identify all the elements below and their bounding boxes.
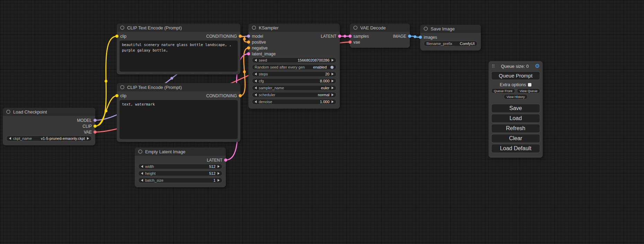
view-queue-button[interactable]: View Queue [517, 88, 540, 93]
queue-prompt-button[interactable]: Queue Prompt [491, 71, 540, 80]
node-empty-latent-image[interactable]: Empty Latent Image LATENT width 512 heig… [135, 147, 226, 187]
widget-scheduler[interactable]: scheduler normal [252, 92, 336, 98]
collapse-dot-icon[interactable] [424, 27, 428, 31]
node-title-bar[interactable]: CLIP Text Encode (Prompt) [117, 24, 240, 32]
output-dot-latent[interactable] [338, 35, 341, 38]
node-title-bar[interactable]: CLIP Text Encode (Prompt) [117, 83, 240, 91]
decrement-arrow-icon[interactable] [9, 137, 11, 140]
input-dot-latent-image[interactable] [247, 52, 250, 55]
output-dot-latent[interactable] [224, 159, 227, 162]
node-title-bar[interactable]: Empty Latent Image [135, 147, 226, 156]
decrement-arrow-icon[interactable] [255, 93, 257, 96]
increment-arrow-icon[interactable] [332, 87, 334, 89]
output-dot-vae[interactable] [94, 130, 97, 134]
widget-filename-prefix[interactable]: filename_prefix ComfyUI [424, 41, 477, 46]
extra-options-checkbox[interactable] [528, 83, 531, 87]
decrement-arrow-icon[interactable] [141, 165, 143, 168]
node-title-bar[interactable]: Load Checkpoint [3, 108, 95, 116]
node-load-checkpoint[interactable]: Load Checkpoint MODEL CLIP VAE ckpt_name… [3, 108, 95, 145]
output-label: CONDITIONING [206, 34, 237, 39]
widget-steps[interactable]: steps 20 [252, 71, 336, 77]
link-midpoint-dot[interactable] [170, 77, 173, 80]
link-midpoint-dot[interactable] [243, 71, 246, 73]
increment-arrow-icon[interactable] [332, 80, 334, 82]
increment-arrow-icon[interactable] [87, 137, 89, 140]
widget-denoise[interactable]: denoise 1.000 [252, 99, 336, 105]
increment-arrow-icon[interactable] [332, 100, 334, 103]
decrement-arrow-icon[interactable] [141, 172, 143, 175]
input-dot-images[interactable] [419, 36, 422, 39]
queue-size-label: Queue size: 0 [495, 64, 535, 69]
prompt-text-input[interactable]: beautiful scenery nature glass bottle la… [120, 40, 238, 72]
widget-batch-size[interactable]: batch_size 1 [138, 178, 222, 183]
node-graph-canvas[interactable]: Load Checkpoint MODEL CLIP VAE ckpt_name… [0, 0, 644, 244]
output-dot-image[interactable] [408, 35, 411, 38]
widget-cfg[interactable]: cfg 8.000 [252, 78, 336, 84]
input-dot-samples[interactable] [349, 35, 352, 38]
output-dot-conditioning[interactable] [239, 35, 242, 38]
node-clip-text-encode-negative[interactable]: CLIP Text Encode (Prompt) clip CONDITION… [117, 83, 240, 142]
clear-button[interactable]: Clear [491, 134, 540, 143]
widget-height[interactable]: height 512 [138, 171, 222, 176]
decrement-arrow-icon[interactable] [255, 100, 257, 103]
input-dot-model[interactable] [247, 35, 250, 38]
node-ksampler[interactable]: KSampler model LATENT positive negative … [248, 24, 340, 109]
collapse-dot-icon[interactable] [120, 85, 124, 89]
output-dot-clip[interactable] [94, 125, 97, 128]
collapse-dot-icon[interactable] [120, 26, 124, 30]
load-button[interactable]: Load [491, 114, 540, 123]
widget-value: euler [321, 86, 329, 90]
increment-arrow-icon[interactable] [218, 172, 220, 175]
decrement-arrow-icon[interactable] [141, 179, 143, 182]
increment-arrow-icon[interactable] [218, 165, 220, 168]
view-history-button[interactable]: View History [504, 94, 528, 99]
link-midpoint-dot[interactable] [414, 35, 416, 38]
link-midpoint-dot[interactable] [105, 110, 107, 112]
decrement-arrow-icon[interactable] [255, 87, 257, 89]
input-dot-clip[interactable] [115, 94, 118, 97]
refresh-button[interactable]: Refresh [491, 124, 540, 133]
widget-random-seed-toggle[interactable]: Random seed after every gen enabled [252, 64, 336, 70]
widget-seed[interactable]: seed 156680208700286 [252, 57, 336, 63]
input-dot-clip[interactable] [115, 35, 118, 38]
node-vae-decode[interactable]: VAE Decode samples IMAGE vae [350, 24, 410, 48]
widget-value: 1 [213, 178, 215, 182]
collapse-dot-icon[interactable] [353, 26, 358, 30]
link-midpoint-dot[interactable] [344, 35, 346, 38]
input-dot-negative[interactable] [247, 46, 250, 49]
node-save-image[interactable]: Save Image images filename_prefix ComfyU… [420, 25, 481, 51]
prompt-text-input[interactable]: text, watermark [120, 100, 238, 139]
input-dot-positive[interactable] [247, 40, 250, 44]
decrement-arrow-icon[interactable] [255, 59, 257, 62]
node-title-bar[interactable]: VAE Decode [350, 24, 410, 32]
collapse-dot-icon[interactable] [6, 110, 10, 114]
queue-front-button[interactable]: Queue Front [491, 88, 515, 93]
collapse-dot-icon[interactable] [138, 150, 142, 154]
link-midpoint-dot[interactable] [105, 80, 107, 83]
decrement-arrow-icon[interactable] [255, 73, 257, 75]
output-label: MODEL [77, 118, 92, 123]
drag-handle-icon[interactable] [492, 64, 495, 69]
widget-sampler-name[interactable]: sampler_name euler [252, 85, 336, 91]
toggle-dot-icon[interactable] [330, 66, 334, 69]
increment-arrow-icon[interactable] [332, 59, 334, 62]
collapse-dot-icon[interactable] [252, 26, 256, 30]
link-midpoint-dot[interactable] [243, 38, 246, 40]
increment-arrow-icon[interactable] [218, 179, 220, 182]
load-default-button[interactable]: Load Default [491, 144, 540, 153]
output-dot-model[interactable] [94, 119, 97, 122]
widget-ckpt-name[interactable]: ckpt_name v1-5-pruned-emaonly.ckpt [6, 136, 92, 141]
output-dot-conditioning[interactable] [239, 94, 242, 97]
node-title-bar[interactable]: KSampler [248, 24, 340, 32]
node-clip-text-encode-positive[interactable]: CLIP Text Encode (Prompt) clip CONDITION… [117, 24, 240, 74]
widget-label: filename_prefix [426, 42, 452, 46]
node-title-bar[interactable]: Save Image [420, 25, 481, 33]
decrement-arrow-icon[interactable] [255, 80, 257, 82]
increment-arrow-icon[interactable] [332, 73, 334, 75]
increment-arrow-icon[interactable] [332, 93, 334, 96]
input-dot-vae[interactable] [349, 40, 352, 44]
output-slot-row: CLIP [3, 123, 95, 129]
settings-gear-icon[interactable] [535, 63, 540, 69]
save-button[interactable]: Save [491, 104, 540, 113]
widget-width[interactable]: width 512 [138, 164, 222, 169]
